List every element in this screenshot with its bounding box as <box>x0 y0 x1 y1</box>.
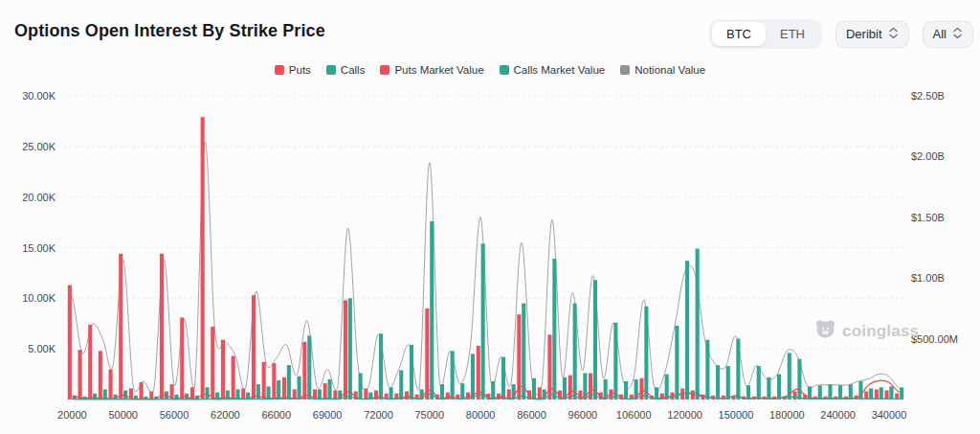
call-bar[interactable] <box>705 340 709 400</box>
call-bar[interactable] <box>410 345 413 400</box>
x-tick: 69000 <box>313 409 343 421</box>
call-bar[interactable] <box>746 385 750 400</box>
call-bar[interactable] <box>379 333 383 400</box>
put-bar[interactable] <box>140 382 144 400</box>
call-bar[interactable] <box>501 357 505 400</box>
y-tick-right: $2.50B <box>911 90 945 102</box>
call-bar[interactable] <box>359 374 363 400</box>
call-bar[interactable] <box>460 383 464 400</box>
x-tick: 20000 <box>57 409 87 421</box>
call-bar[interactable] <box>613 323 617 400</box>
call-bar[interactable] <box>451 351 455 400</box>
call-bar[interactable] <box>828 384 832 400</box>
x-tick: 150000 <box>719 409 754 421</box>
y-tick-right: $1.50B <box>911 212 945 223</box>
call-bar[interactable] <box>307 335 311 400</box>
call-bar[interactable] <box>532 378 536 400</box>
put-bar[interactable] <box>477 346 480 400</box>
call-bar[interactable] <box>277 380 280 400</box>
put-bar[interactable] <box>88 325 92 400</box>
y-tick-right: $500.00M <box>911 333 958 345</box>
call-bar[interactable] <box>644 307 648 400</box>
call-bar[interactable] <box>889 386 893 400</box>
call-bar[interactable] <box>777 375 781 400</box>
put-bar[interactable] <box>333 391 337 400</box>
call-bar[interactable] <box>471 354 475 400</box>
chart-canvas[interactable]: 5.00K10.00K15.00K20.00K25.00K30.00K$500.… <box>0 0 980 434</box>
y-tick-left: 10.00K <box>22 292 56 304</box>
put-bar[interactable] <box>201 117 205 400</box>
call-bar[interactable] <box>93 394 97 400</box>
y-tick-left: 30.00K <box>22 90 56 102</box>
call-bar[interactable] <box>736 339 740 400</box>
call-bar[interactable] <box>849 384 853 400</box>
call-bar[interactable] <box>298 377 301 400</box>
put-bar[interactable] <box>190 387 194 400</box>
put-bar[interactable] <box>793 392 797 400</box>
call-bar[interactable] <box>399 370 403 400</box>
call-bar[interactable] <box>675 326 679 400</box>
call-bar[interactable] <box>491 381 495 400</box>
call-bar[interactable] <box>726 366 730 400</box>
call-bar[interactable] <box>696 249 700 400</box>
put-bar[interactable] <box>211 327 214 400</box>
put-bar[interactable] <box>109 369 113 400</box>
put-bar[interactable] <box>323 383 327 400</box>
call-bar[interactable] <box>522 304 525 400</box>
put-bar[interactable] <box>302 342 306 400</box>
call-bar[interactable] <box>348 298 352 400</box>
call-bar[interactable] <box>838 385 842 400</box>
x-tick: 340000 <box>872 409 907 421</box>
call-bar[interactable] <box>328 379 332 400</box>
x-tick: 56000 <box>160 409 189 421</box>
x-tick: 240000 <box>820 409 856 421</box>
put-bar[interactable] <box>344 300 347 400</box>
call-bar[interactable] <box>757 366 761 400</box>
put-bar[interactable] <box>241 388 245 400</box>
put-bar[interactable] <box>149 392 153 400</box>
put-bar[interactable] <box>425 308 429 400</box>
call-bar[interactable] <box>287 365 291 400</box>
call-bar[interactable] <box>869 388 873 400</box>
put-bar[interactable] <box>160 254 164 400</box>
put-bar[interactable] <box>262 362 266 400</box>
put-bar[interactable] <box>364 388 368 400</box>
put-bar[interactable] <box>232 356 235 400</box>
call-bar[interactable] <box>716 365 720 400</box>
put-bar[interactable] <box>68 286 72 400</box>
call-bar[interactable] <box>440 384 444 400</box>
call-bar[interactable] <box>390 387 393 400</box>
call-bar[interactable] <box>267 386 271 400</box>
call-bar[interactable] <box>206 387 210 400</box>
put-bar[interactable] <box>78 350 82 400</box>
call-bar[interactable] <box>481 243 485 400</box>
call-bar[interactable] <box>900 387 903 400</box>
put-bar[interactable] <box>99 351 102 400</box>
call-bar[interactable] <box>655 387 658 400</box>
y-tick-right: $2.00B <box>911 150 945 162</box>
x-tick: 80000 <box>466 409 496 421</box>
call-bar[interactable] <box>593 280 597 400</box>
call-bar[interactable] <box>880 387 883 400</box>
put-bar[interactable] <box>272 363 276 400</box>
call-bar[interactable] <box>665 375 669 400</box>
x-tick: 96000 <box>568 409 598 421</box>
call-bar[interactable] <box>685 261 689 400</box>
y-tick-right: $1.00B <box>911 272 945 284</box>
call-bar[interactable] <box>430 221 434 400</box>
call-bar[interactable] <box>573 304 577 400</box>
put-bar[interactable] <box>538 387 542 400</box>
y-tick-left: 5.00K <box>28 343 56 354</box>
put-bar[interactable] <box>252 295 256 400</box>
call-bar[interactable] <box>318 389 322 400</box>
call-bar[interactable] <box>552 259 556 400</box>
call-bar[interactable] <box>767 377 770 400</box>
call-bar[interactable] <box>818 385 822 400</box>
put-bar[interactable] <box>119 254 122 400</box>
call-bar[interactable] <box>797 359 801 400</box>
put-bar[interactable] <box>282 377 286 400</box>
put-bar[interactable] <box>221 340 225 400</box>
put-bar[interactable] <box>180 317 184 400</box>
call-bar[interactable] <box>624 381 628 400</box>
put-bar[interactable] <box>875 389 879 400</box>
